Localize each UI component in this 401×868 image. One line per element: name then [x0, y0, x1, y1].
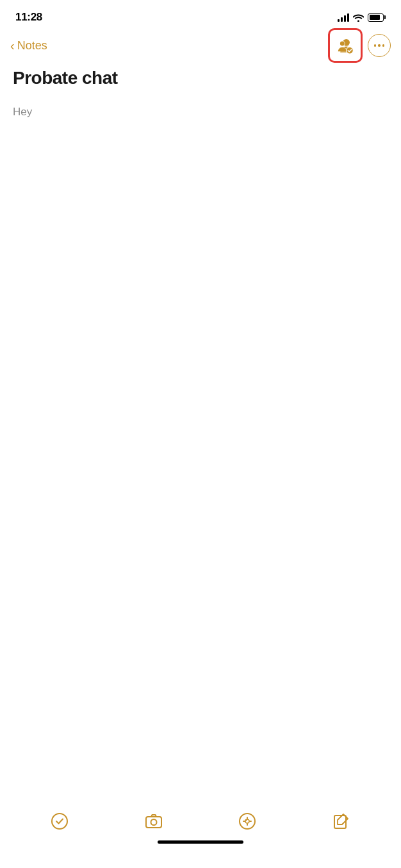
- camera-icon: [145, 812, 163, 830]
- signal-icon: [338, 13, 349, 22]
- status-time: 11:28: [15, 11, 42, 24]
- ellipsis-icon: [374, 44, 385, 47]
- checklist-icon: [51, 812, 69, 830]
- more-button[interactable]: [368, 34, 391, 57]
- battery-icon: [368, 13, 386, 22]
- nav-actions: [328, 28, 391, 63]
- wifi-icon: [353, 13, 364, 22]
- pen-icon: [238, 812, 256, 830]
- svg-point-6: [151, 819, 156, 825]
- compose-icon: [332, 812, 350, 830]
- status-icons: [338, 13, 386, 22]
- back-button[interactable]: ‹ Notes: [10, 39, 47, 53]
- svg-point-4: [52, 814, 67, 829]
- svg-point-3: [347, 47, 354, 54]
- home-bar: [158, 840, 243, 844]
- svg-point-7: [240, 814, 255, 829]
- note-title: Probate chat: [0, 63, 401, 99]
- checklist-button[interactable]: [45, 807, 74, 835]
- back-label: Notes: [17, 39, 47, 53]
- home-indicator: [0, 840, 401, 849]
- svg-rect-5: [146, 817, 161, 828]
- note-body[interactable]: Hey: [0, 99, 401, 126]
- svg-point-2: [340, 41, 345, 45]
- chevron-left-icon: ‹: [10, 39, 15, 52]
- markup-button[interactable]: [233, 807, 261, 835]
- camera-button[interactable]: [140, 807, 168, 835]
- bottom-toolbar: [0, 799, 401, 868]
- compose-button[interactable]: [327, 807, 356, 835]
- nav-bar: ‹ Notes: [0, 31, 401, 63]
- collaborate-button[interactable]: [331, 31, 359, 60]
- collaborate-icon: [334, 35, 356, 56]
- collaborate-highlight: [328, 28, 363, 63]
- toolbar-buttons: [0, 799, 401, 840]
- status-bar: 11:28: [0, 0, 401, 31]
